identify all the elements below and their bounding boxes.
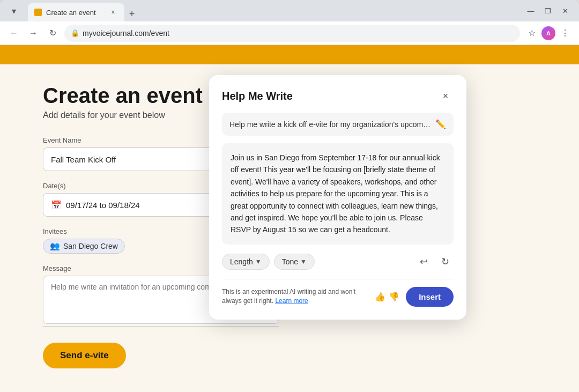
yellow-header-band: [0, 45, 579, 64]
hmw-disclaimer: This is an experimental AI writing aid a…: [222, 287, 368, 306]
tab-close-btn[interactable]: ×: [108, 8, 118, 17]
redo-btn[interactable]: ↻: [436, 253, 454, 270]
hmw-prompt-box: Help me write a kick off e-vite for my o…: [222, 113, 454, 136]
main-content: Create an event Add details for your eve…: [0, 64, 579, 388]
dates-value: 09/17/24 to 09/18/24: [66, 201, 140, 210]
hmw-title: Help Me Write: [222, 90, 293, 102]
insert-button[interactable]: Insert: [406, 287, 454, 307]
calendar-icon: 📅: [51, 200, 62, 210]
hmw-generated-text: Join us in San Diego from September 17-1…: [222, 143, 454, 245]
page-content: Create an event Add details for your eve…: [0, 45, 579, 392]
forward-btn[interactable]: →: [26, 26, 41, 41]
thumbs-down-btn[interactable]: 👎: [389, 292, 399, 302]
browser-window: ▾ Create an event × + — ❐ ✕ ← → ↻ 🔒 myvo…: [0, 0, 579, 392]
reload-btn[interactable]: ↻: [45, 26, 60, 41]
hmw-controls: Length ▼ Tone ▼ ↩ ↻: [222, 253, 454, 270]
undo-btn[interactable]: ↩: [415, 253, 432, 270]
people-icon: 👥: [50, 241, 60, 251]
url-bar[interactable]: 🔒 myvoicejournal.com/event: [64, 25, 520, 42]
hmw-close-btn[interactable]: ×: [437, 88, 454, 104]
active-tab[interactable]: Create an event ×: [28, 3, 124, 21]
tone-label: Tone: [282, 257, 298, 266]
window-controls: — ❐ ✕: [523, 5, 573, 16]
hmw-footer: This is an experimental AI writing aid a…: [222, 279, 454, 307]
edit-prompt-icon[interactable]: ✏️: [435, 119, 446, 129]
send-evite-button[interactable]: Send e-vite: [43, 343, 126, 368]
tab-title: Create an event: [46, 9, 104, 17]
avatar[interactable]: A: [541, 26, 555, 40]
bookmark-btn[interactable]: ☆: [524, 26, 539, 41]
length-label: Length: [230, 257, 253, 266]
menu-btn[interactable]: ⋮: [558, 26, 573, 41]
length-dropdown-arrow: ▼: [255, 258, 262, 265]
new-tab-btn[interactable]: +: [124, 6, 139, 21]
invitees-chip[interactable]: 👥 San Diego Crew: [43, 239, 125, 254]
maximize-btn[interactable]: ❐: [540, 5, 555, 16]
feedback-buttons: 👍 👎: [375, 292, 399, 302]
length-dropdown[interactable]: Length ▼: [222, 254, 270, 270]
tone-dropdown[interactable]: Tone ▼: [274, 254, 315, 270]
url-text: myvoicejournal.com/event: [83, 29, 514, 38]
address-bar: ← → ↻ 🔒 myvoicejournal.com/event ☆ A ⋮: [0, 21, 579, 45]
learn-more-link[interactable]: Learn more: [275, 297, 308, 305]
tab-dropdown-btn[interactable]: ▾: [6, 3, 21, 18]
title-bar: ▾ Create an event × + — ❐ ✕: [0, 0, 579, 21]
hmw-header: Help Me Write ×: [222, 88, 454, 104]
hmw-prompt-text: Help me write a kick off e-vite for my o…: [229, 120, 431, 129]
thumbs-up-btn[interactable]: 👍: [375, 292, 385, 302]
browser-right-icons: ☆ A ⋮: [524, 26, 573, 41]
close-btn[interactable]: ✕: [558, 5, 573, 16]
tab-favicon: [34, 9, 42, 16]
back-btn[interactable]: ←: [6, 26, 21, 41]
message-divider: [43, 326, 279, 327]
tab-bar: Create an event × +: [28, 0, 519, 21]
minimize-btn[interactable]: —: [523, 5, 538, 16]
invitees-value: San Diego Crew: [63, 242, 118, 250]
security-icon: 🔒: [71, 29, 79, 37]
tone-dropdown-arrow: ▼: [300, 258, 307, 265]
help-me-write-panel: Help Me Write × Help me write a kick off…: [209, 75, 466, 320]
